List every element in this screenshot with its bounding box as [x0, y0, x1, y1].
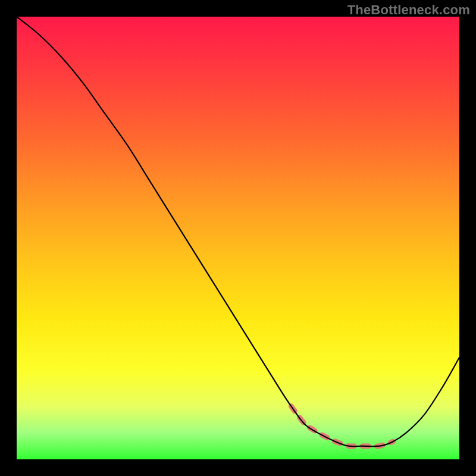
- plot-area: [17, 17, 459, 459]
- chart-frame: TheBottleneck.com: [0, 0, 476, 476]
- curve-layer: [17, 17, 459, 459]
- bottleneck-curve: [17, 17, 459, 446]
- watermark-text: TheBottleneck.com: [347, 2, 470, 18]
